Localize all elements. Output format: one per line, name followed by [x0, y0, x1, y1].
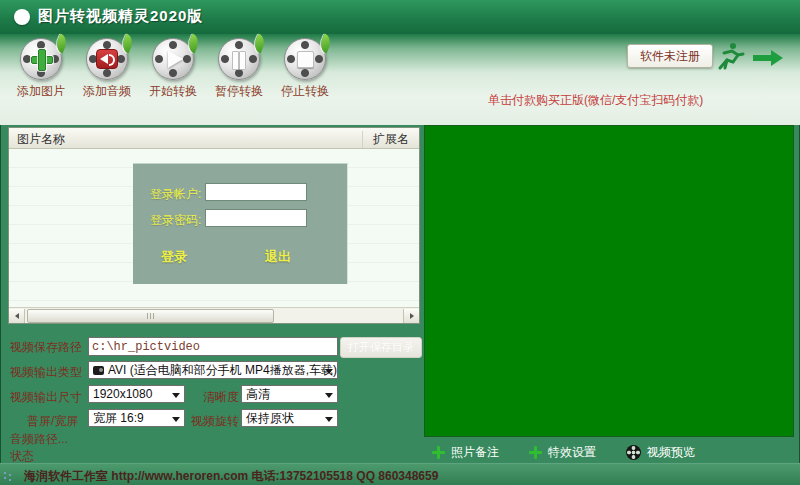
status-bar: 海润软件工作室 http://www.heroren.com 电话:137521… [0, 463, 800, 485]
title-bar: 图片转视频精灵2020版 [0, 0, 800, 34]
toolbar-button-label: 添加音频 [83, 83, 131, 100]
save-path-label: 视频保存路径 [10, 339, 82, 356]
screen-ratio-value: 宽屏 16:9 [93, 410, 144, 427]
leaf-icon [119, 33, 137, 53]
open-save-dir-button[interactable]: 打开保存目录 [340, 337, 422, 358]
photo-note-button[interactable]: 照片备注 [432, 444, 499, 461]
output-size-label: 视频输出尺寸 [10, 389, 82, 406]
output-type-value: AVI (适合电脑和部分手机 MP4播放器,车载) [108, 362, 337, 379]
leaf-icon [251, 33, 269, 53]
effects-settings-button[interactable]: 特效设置 [529, 444, 596, 461]
list-header: 图片名称 扩展名 [9, 128, 419, 149]
output-type-select[interactable]: AVI (适合电脑和部分手机 MP4播放器,车载) [88, 361, 338, 379]
clarity-value: 高清 [246, 386, 270, 403]
account-input[interactable] [205, 183, 307, 201]
chevron-down-icon [325, 417, 333, 422]
chevron-down-icon [172, 393, 180, 398]
screen-ratio-label: 普屏/宽屏 [27, 413, 78, 430]
leaf-icon [317, 33, 335, 53]
password-input[interactable] [205, 209, 307, 227]
film-reel-stop-icon [284, 38, 326, 80]
toolbar-add-audio-button[interactable]: 添加音频 [76, 36, 138, 100]
running-man-icon [714, 41, 748, 75]
statusbar-text: 海润软件工作室 http://www.heroren.com 电话:137521… [24, 468, 438, 485]
header-area: 添加图片 添加音频 开始转换 暂停转换 停止转换 软件未注册 [0, 34, 800, 125]
exit-button[interactable]: 退出 [265, 248, 291, 266]
pay-notice-link[interactable]: 单击付款购买正版(微信/支付宝扫码付款) [488, 92, 703, 109]
film-reel-pause-icon [218, 38, 260, 80]
leaf-icon [53, 33, 71, 53]
account-label: 登录帐户: [150, 186, 201, 203]
film-reel-play-icon [152, 38, 194, 80]
toolbar-button-label: 开始转换 [149, 83, 197, 100]
register-status-button[interactable]: 软件未注册 [627, 44, 713, 68]
video-preview-button[interactable]: 视频预览 [626, 444, 695, 461]
scroll-left-button[interactable] [9, 309, 25, 323]
video-rotate-select[interactable]: 保持原状 [241, 409, 338, 427]
login-button[interactable]: 登录 [161, 248, 187, 266]
chevron-down-icon [325, 393, 333, 398]
video-format-icon [93, 366, 104, 375]
film-reel-icon [626, 445, 641, 460]
video-rotate-label: 视频旋转 [191, 413, 239, 430]
preview-action-bar: 照片备注 特效设置 视频预览 [424, 442, 796, 462]
toolbar: 添加图片 添加音频 开始转换 暂停转换 停止转换 [10, 36, 336, 100]
clarity-label: 清晰度 [203, 389, 239, 406]
toolbar-button-label: 停止转换 [281, 83, 329, 100]
video-preview-canvas [424, 125, 794, 437]
scroll-thumb[interactable] [27, 309, 274, 323]
save-path-input[interactable] [88, 337, 338, 356]
login-panel: 登录帐户: 登录密码: 登录 退出 [133, 163, 348, 284]
leaf-icon [185, 33, 203, 53]
photo-note-label: 照片备注 [451, 444, 499, 461]
film-reel-add-audio-icon [86, 38, 128, 80]
video-rotate-value: 保持原状 [246, 410, 294, 427]
chevron-down-icon [172, 417, 180, 422]
app-window: { "window": { "title": "图片转视频精灵2020版" },… [0, 0, 800, 485]
resize-grip-icon [4, 472, 6, 474]
toolbar-add-image-button[interactable]: 添加图片 [10, 36, 72, 100]
plus-icon [432, 446, 445, 459]
arrow-right-icon [752, 49, 784, 71]
audio-path-label: 音频路径... [10, 431, 68, 448]
film-reel-add-image-icon [20, 38, 62, 80]
toolbar-pause-convert-button[interactable]: 暂停转换 [208, 36, 270, 100]
toolbar-start-convert-button[interactable]: 开始转换 [142, 36, 204, 100]
column-header-image-name[interactable]: 图片名称 [17, 131, 65, 148]
chevron-down-icon [325, 369, 333, 374]
output-type-label: 视频输出类型 [10, 364, 82, 381]
output-size-select[interactable]: 1920x1080 [88, 385, 185, 403]
column-header-extension[interactable]: 扩展名 [362, 131, 409, 148]
app-logo-icon [14, 9, 30, 25]
scroll-right-button[interactable] [403, 309, 419, 323]
clarity-select[interactable]: 高清 [241, 385, 338, 403]
effects-settings-label: 特效设置 [548, 444, 596, 461]
toolbar-stop-convert-button[interactable]: 停止转换 [274, 36, 336, 100]
video-preview-label: 视频预览 [647, 444, 695, 461]
window-title: 图片转视频精灵2020版 [38, 7, 203, 26]
screen-ratio-select[interactable]: 宽屏 16:9 [88, 409, 185, 427]
output-size-value: 1920x1080 [93, 387, 152, 401]
password-label: 登录密码: [150, 212, 201, 229]
thumb-grip-icon [146, 313, 155, 319]
toolbar-button-label: 暂停转换 [215, 83, 263, 100]
plus-icon [529, 446, 542, 459]
toolbar-button-label: 添加图片 [17, 83, 65, 100]
horizontal-scrollbar[interactable] [9, 307, 419, 323]
